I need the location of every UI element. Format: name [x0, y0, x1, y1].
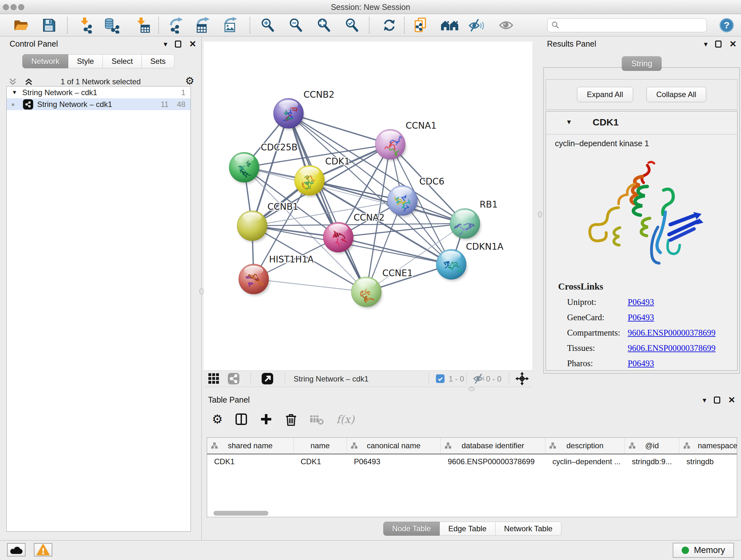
panel-float-icon[interactable]: [175, 41, 181, 48]
right-splitter-handle[interactable]: [538, 211, 542, 217]
zoom-in-button[interactable]: [260, 17, 275, 33]
tab-network-table[interactable]: Network Table: [495, 522, 562, 536]
column-header-database-identifier[interactable]: database identifier: [441, 438, 545, 454]
warnings-button[interactable]: [34, 543, 52, 557]
network-node-CCNB2[interactable]: [273, 98, 304, 130]
panel-close-icon[interactable]: ✕: [728, 395, 735, 405]
network-collection-row[interactable]: ▼ String Network – cdk1 1: [7, 86, 191, 98]
pan-mode-button[interactable]: [515, 372, 529, 385]
column-header-shared-name[interactable]: shared name: [207, 438, 293, 454]
table-row[interactable]: CDK1CDK1P064939606.ENSP00000378699cyclin…: [207, 454, 737, 469]
panel-float-icon[interactable]: [714, 396, 720, 403]
panel-menu-icon[interactable]: ▾: [703, 396, 706, 405]
panel-float-icon[interactable]: [715, 41, 722, 48]
network-node-CDC25B[interactable]: [229, 152, 260, 184]
delete-column-icon[interactable]: [285, 413, 297, 426]
tab-edge-table[interactable]: Edge Table: [440, 522, 495, 536]
birdseye-grid-button[interactable]: [208, 373, 221, 384]
network-canvas[interactable]: CCNB2CCNA1CDC25BCDK1CDC6RB1CCNB1CCNA2CDK…: [204, 42, 532, 370]
table-settings-gear-icon[interactable]: ⚙: [212, 413, 223, 425]
network-node-RB1[interactable]: [450, 208, 481, 240]
crosslink-link[interactable]: P06493: [628, 359, 654, 368]
zoom-out-button[interactable]: [288, 17, 304, 33]
zoom-selected-button[interactable]: [344, 17, 360, 33]
tab-string[interactable]: String: [622, 56, 662, 71]
zoom-fit-button[interactable]: [316, 17, 332, 33]
network-node-CDC6[interactable]: [387, 186, 418, 217]
network-node-CCNE1[interactable]: [351, 277, 382, 308]
open-session-button[interactable]: [13, 18, 29, 33]
panel-close-icon[interactable]: ✕: [189, 39, 196, 49]
import-table-button[interactable]: [134, 17, 151, 34]
protein-card-header[interactable]: ▼ CDK1: [546, 111, 737, 134]
table-cell[interactable]: stringdb: [679, 457, 737, 466]
tab-network[interactable]: Network: [22, 54, 68, 68]
column-header-canonical-name[interactable]: canonical name: [347, 438, 441, 454]
home-networks-button[interactable]: [441, 18, 459, 33]
left-splitter-handle[interactable]: [199, 288, 204, 294]
column-header-name[interactable]: name: [293, 438, 347, 454]
panel-menu-icon[interactable]: ▾: [704, 40, 708, 49]
bottom-splitter-handle[interactable]: [468, 387, 475, 391]
import-network-button[interactable]: [77, 17, 93, 34]
network-options-gear-icon[interactable]: ⚙: [185, 75, 194, 87]
network-badge-button[interactable]: [227, 372, 240, 385]
table-cell[interactable]: cyclin–dependent ...: [545, 457, 625, 466]
collapse-all-button[interactable]: Collapse All: [647, 87, 706, 102]
crosslink-link[interactable]: 9606.ENSP00000378699: [628, 343, 716, 353]
panel-menu-icon[interactable]: ▾: [164, 40, 167, 49]
column-header-description[interactable]: description: [545, 438, 625, 454]
crosslink-link[interactable]: P06493: [628, 297, 654, 307]
collapse-section-icon[interactable]: ▼: [566, 118, 572, 126]
import-database-button[interactable]: [104, 17, 121, 34]
export-network-button[interactable]: [169, 17, 185, 34]
title-bar: Session: New Session: [0, 0, 741, 14]
crosslink-link[interactable]: P06493: [628, 313, 654, 322]
tree-expand-icon[interactable]: ▼: [12, 89, 17, 96]
crosslink-row: Tissues:9606.ENSP00000378699: [567, 343, 737, 353]
panel-close-icon[interactable]: ✕: [729, 39, 737, 49]
network-node-CCNA2[interactable]: [323, 222, 354, 253]
table-cell[interactable]: CDK1: [293, 457, 347, 466]
export-table-button[interactable]: [195, 17, 211, 34]
table-cell[interactable]: P06493: [347, 457, 441, 466]
table-cell[interactable]: CDK1: [207, 457, 293, 466]
network-graph[interactable]: CCNB2CCNA1CDC25BCDK1CDC6RB1CCNB1CCNA2CDK…: [204, 42, 532, 370]
toolbar-separator: [250, 17, 250, 34]
hide-unhide-button[interactable]: [468, 18, 484, 33]
table-cell[interactable]: 9606.ENSP00000378699: [441, 457, 545, 466]
help-button[interactable]: ?: [719, 17, 734, 33]
search-input[interactable]: [563, 21, 703, 30]
hidden-toggle[interactable]: [473, 373, 486, 384]
show-eye-button[interactable]: [498, 19, 515, 31]
crosslink-link[interactable]: 9606.ENSP00000378699: [628, 328, 716, 338]
export-image-button[interactable]: [222, 17, 239, 34]
column-header-@id[interactable]: @id: [625, 438, 679, 454]
table-hscrollbar[interactable]: [209, 510, 735, 516]
tab-sets[interactable]: Sets: [142, 54, 175, 68]
scrollbar-thumb[interactable]: [213, 511, 268, 516]
tab-style[interactable]: Style: [68, 54, 103, 68]
network-node-CCNB1[interactable]: [237, 211, 268, 242]
tab-node-table[interactable]: Node Table: [383, 522, 440, 536]
add-column-icon[interactable]: [260, 413, 273, 426]
goto-network-button[interactable]: [261, 372, 274, 385]
show-columns-icon[interactable]: [235, 413, 248, 426]
expand-all-button[interactable]: Expand All: [577, 87, 633, 102]
refresh-button[interactable]: [382, 17, 397, 33]
tab-select[interactable]: Select: [103, 54, 142, 68]
network-node-CDK1[interactable]: [294, 165, 325, 197]
table-cell[interactable]: stringdb:9...: [625, 457, 679, 466]
network-row-selected[interactable]: ● String Network – cdk1 11 48: [7, 98, 191, 110]
toolbar-search[interactable]: [547, 18, 707, 32]
save-session-button[interactable]: [42, 18, 56, 33]
column-header-namespace[interactable]: namespace: [679, 438, 737, 454]
memory-button[interactable]: Memory: [673, 543, 734, 558]
clone-network-button[interactable]: [414, 17, 429, 34]
network-node-HIST1H1A[interactable]: [239, 264, 269, 295]
network-node-CDKN1A[interactable]: [436, 249, 467, 281]
selected-checkbox[interactable]: [436, 374, 445, 383]
network-node-CCNA1[interactable]: [375, 129, 406, 161]
cloud-status-button[interactable]: [7, 543, 25, 557]
node-table[interactable]: shared namenamecanonical namedatabase id…: [207, 437, 737, 517]
